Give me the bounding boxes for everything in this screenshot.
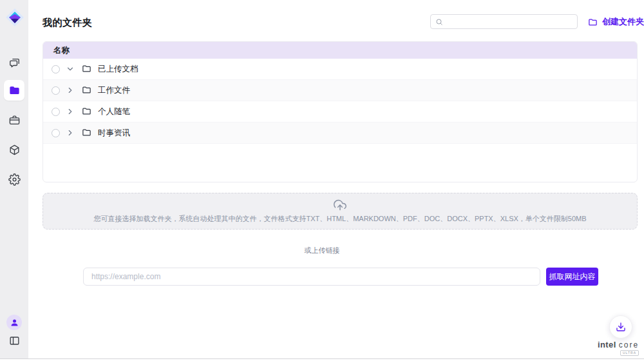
- download-icon: [616, 322, 626, 332]
- sidebar: [0, 0, 28, 358]
- chevron-right-icon[interactable]: [66, 86, 75, 95]
- search-input[interactable]: [446, 17, 573, 26]
- user-icon: [10, 318, 19, 328]
- sidebar-item-folders[interactable]: [4, 80, 24, 101]
- or-upload-link-label: 或上传链接: [0, 246, 644, 255]
- briefcase-icon: [8, 114, 21, 126]
- row-checkbox[interactable]: [52, 86, 60, 95]
- gear-icon: [8, 173, 21, 186]
- intel-core-badge: intel core ultra: [598, 340, 639, 356]
- fetch-url-button[interactable]: 抓取网址内容: [546, 268, 598, 286]
- folder-icon: [82, 85, 92, 95]
- chat-icon: [8, 57, 21, 69]
- sidebar-item-workspace[interactable]: [8, 113, 21, 126]
- intel-product-text: core: [619, 340, 639, 349]
- chevron-down-icon[interactable]: [66, 64, 75, 74]
- table-row[interactable]: 时事资讯: [43, 123, 637, 144]
- folder-plus-icon: [588, 17, 598, 27]
- folder-icon: [82, 64, 92, 74]
- url-input[interactable]: [83, 268, 540, 286]
- folder-name: 已上传文档: [98, 64, 138, 75]
- sidebar-item-settings[interactable]: [8, 173, 21, 186]
- search-box[interactable]: [430, 14, 578, 29]
- folder-table: 名称 已上传文档 工作文件: [43, 41, 638, 182]
- folder-icon: [82, 106, 92, 117]
- search-icon: [435, 18, 443, 26]
- intel-brand-text: intel: [598, 340, 616, 349]
- sidebar-item-chat[interactable]: [8, 56, 21, 69]
- app-logo-icon[interactable]: [5, 8, 24, 27]
- create-folder-label: 创建文件夹: [602, 16, 644, 28]
- upload-hint-text: 您可直接选择加载文件夹，系统自动处理其中的文件，文件格式支持TXT、HTML、M…: [93, 214, 586, 224]
- chevron-right-icon[interactable]: [66, 128, 75, 137]
- cloud-upload-icon: [334, 199, 346, 211]
- user-avatar[interactable]: [6, 315, 22, 330]
- upload-dropzone[interactable]: 您可直接选择加载文件夹，系统自动处理其中的文件，文件格式支持TXT、HTML、M…: [43, 193, 638, 230]
- chevron-right-icon[interactable]: [66, 107, 75, 116]
- folder-icon: [82, 128, 92, 138]
- download-button[interactable]: [609, 315, 632, 338]
- folder-name: 工作文件: [98, 85, 130, 96]
- sidebar-item-models[interactable]: [8, 143, 21, 156]
- table-row[interactable]: 已上传文档: [43, 59, 637, 80]
- table-row[interactable]: 个人随笔: [43, 101, 637, 123]
- folder-name: 时事资讯: [98, 128, 130, 139]
- app-window: 我的文件夹 创建文件夹 名称 已上传文档: [0, 0, 644, 363]
- panel-icon: [8, 335, 21, 347]
- row-checkbox[interactable]: [52, 65, 60, 74]
- collapse-sidebar-button[interactable]: [8, 334, 21, 347]
- window-bottom-divider: [0, 358, 644, 359]
- row-checkbox[interactable]: [52, 129, 60, 137]
- column-header-name: 名称: [43, 42, 637, 59]
- intel-ultra-badge: ultra: [620, 350, 639, 356]
- create-folder-button[interactable]: 创建文件夹: [588, 16, 644, 28]
- row-checkbox[interactable]: [52, 108, 60, 116]
- folder-name: 个人随笔: [98, 106, 130, 117]
- cube-icon: [8, 144, 21, 156]
- table-row[interactable]: 工作文件: [43, 80, 637, 101]
- page-title: 我的文件夹: [43, 17, 93, 29]
- folder-icon: [8, 84, 21, 97]
